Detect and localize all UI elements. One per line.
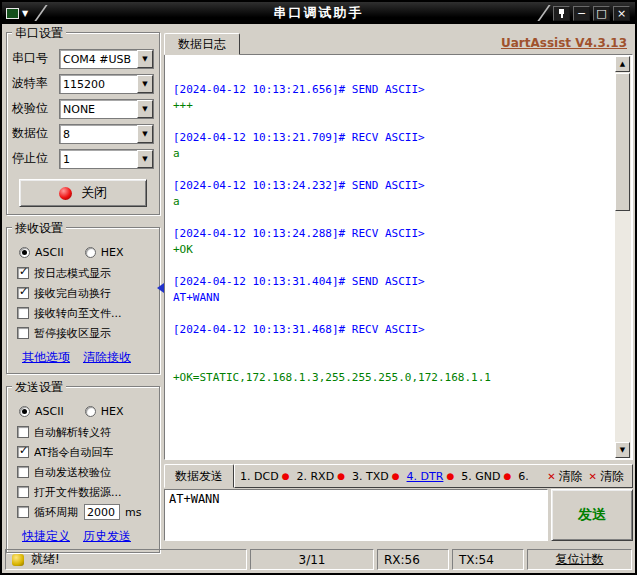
pin-button[interactable]: [553, 6, 570, 21]
pin-status-bar: 1. DCD ● 2. RXD ● 3. TXD ● 4. DTR ● 5. G…: [234, 464, 633, 488]
data-bits-select[interactable]: 8 ▼: [59, 124, 154, 144]
checkbox-file-data-source[interactable]: ✓ 打开文件数据源...: [12, 482, 154, 502]
send-ascii-radio[interactable]: [19, 406, 30, 417]
pin-txd: 3. TXD ●: [352, 470, 400, 483]
log-timestamp: [2024-04-12 10:13:31.404]# SEND ASCII>: [173, 274, 608, 290]
app-window: ▼ 串口调试助手 ─ □ × 串口设置 串口号 COM4 #USB ▼ 波特率: [0, 0, 637, 575]
send-hex-radio[interactable]: [85, 406, 96, 417]
send-input[interactable]: AT+WANN: [164, 489, 548, 541]
clear-icon: ✕: [589, 471, 597, 482]
main-area: 数据日志 UartAssist V4.3.13 [2024-04-12 10:1…: [164, 32, 633, 541]
log-timestamp: [2024-04-12 10:13:24.232]# SEND ASCII>: [173, 178, 608, 194]
status-bar: 就绪! 3/11 RX:56 TX:54 复位计数: [5, 549, 632, 570]
pin-6: 6.: [518, 470, 532, 483]
log-timestamp: [2024-04-12 10:13:31.468]# RECV ASCII>: [173, 322, 608, 338]
dropdown-arrow-icon[interactable]: ▼: [137, 50, 153, 68]
recv-hex-radio[interactable]: [85, 247, 96, 258]
status-counter: 3/11: [250, 549, 374, 570]
pin-dcd: 1. DCD ●: [240, 470, 289, 483]
status-ready-panel: 就绪!: [5, 549, 247, 570]
log-data: a: [173, 146, 608, 162]
checkbox-log-mode[interactable]: ✓ 按日志模式显示: [12, 263, 154, 283]
baud-rate-label: 波特率: [12, 75, 59, 92]
log-blank-line: [173, 258, 608, 274]
dropdown-arrow-icon[interactable]: ▼: [137, 125, 153, 143]
checkbox-pause-display[interactable]: ✓ 暂停接收区显示: [12, 323, 154, 343]
dropdown-arrow-icon[interactable]: ▼: [137, 75, 153, 93]
system-menu-arrow-icon[interactable]: ▼: [22, 9, 28, 18]
status-ready-text: 就绪!: [31, 551, 60, 568]
stop-bits-select[interactable]: 1 ▼: [59, 149, 154, 169]
recv-ascii-radio[interactable]: [19, 247, 30, 258]
pin-dtr-led-icon: ●: [446, 472, 454, 481]
data-bits-label: 数据位: [12, 125, 59, 142]
pin-rxd-led-icon: ●: [337, 472, 345, 481]
maximize-button[interactable]: □: [593, 6, 610, 21]
log-blank-line: [173, 306, 608, 322]
status-tx: TX:54: [452, 549, 524, 570]
ready-icon: [12, 554, 24, 566]
log-content: [2024-04-12 10:13:21.656]# SEND ASCII> +…: [166, 56, 614, 458]
checkbox-parse-escape[interactable]: ✓ 自动解析转义符: [12, 422, 154, 442]
tab-data-send[interactable]: 数据发送: [164, 464, 234, 488]
log-blank-line: [173, 338, 608, 354]
clear-log-button[interactable]: ✕ 清除: [586, 466, 627, 487]
log-data: +OK=STATIC,172.168.1.3,255.255.255.0,172…: [173, 370, 608, 386]
clear-send-button[interactable]: ✕ 清除: [544, 466, 585, 487]
pin-icon: [556, 8, 567, 19]
check-icon: ✓: [19, 265, 28, 278]
version-link[interactable]: UartAssist V4.3.13: [501, 36, 633, 54]
checkbox-recv-to-file[interactable]: ✓ 接收转向至文件...: [12, 303, 154, 323]
group-title: 发送设置: [12, 379, 66, 396]
checkbox-loop-period[interactable]: ✓ 循环周期 ms: [12, 502, 154, 522]
log-scrollbar[interactable]: ▲ ▼: [615, 56, 631, 458]
dropdown-arrow-icon[interactable]: ▼: [137, 100, 153, 118]
app-icon[interactable]: [6, 8, 19, 19]
check-icon: ✓: [19, 444, 28, 457]
receive-settings-group: 接收设置 ASCII HEX ✓ 按日志模式显示 ✓ 接收完自动换行 ✓ 接收转…: [6, 227, 160, 374]
close-port-button[interactable]: 关闭: [19, 179, 147, 207]
pin-dtr[interactable]: 4. DTR ●: [407, 470, 455, 483]
log-blank-line: [173, 114, 608, 130]
collapse-sidebar-arrow-icon[interactable]: [157, 283, 164, 293]
reset-count-button[interactable]: 复位计数: [527, 549, 632, 570]
checkbox-auto-newline[interactable]: ✓ 接收完自动换行: [12, 283, 154, 303]
parity-select[interactable]: NONE ▼: [59, 99, 154, 119]
loop-period-input[interactable]: [84, 504, 120, 520]
log-blank-line: [173, 162, 608, 178]
minimize-button[interactable]: ─: [573, 6, 590, 21]
log-timestamp: [2024-04-12 10:13:24.288]# RECV ASCII>: [173, 226, 608, 242]
scroll-down-button[interactable]: ▼: [615, 442, 630, 458]
checkbox-at-auto-cr[interactable]: ✓ AT指令自动回车: [12, 442, 154, 462]
log-area[interactable]: [2024-04-12 10:13:21.656]# SEND ASCII> +…: [164, 54, 633, 460]
send-history-link[interactable]: 历史发送: [83, 528, 131, 545]
tab-data-log[interactable]: 数据日志: [164, 33, 240, 55]
scroll-down-icon: ▼: [620, 446, 625, 454]
group-title: 接收设置: [12, 220, 66, 237]
checkbox-auto-checksum[interactable]: ✓ 自动发送校验位: [12, 462, 154, 482]
clear-icon: ✕: [547, 471, 555, 482]
parity-label: 校验位: [12, 100, 59, 117]
com-port-label: 串口号: [12, 50, 59, 67]
baud-rate-select[interactable]: 115200 ▼: [59, 74, 154, 94]
pin-gnd: 5. GND ●: [461, 470, 511, 483]
send-settings-group: 发送设置 ASCII HEX ✓ 自动解析转义符 ✓ AT指令自动回车 ✓ 自动…: [6, 386, 160, 553]
scrollbar-thumb[interactable]: [615, 73, 630, 211]
close-button[interactable]: ×: [613, 6, 630, 21]
log-data: AT+WANN: [173, 290, 608, 306]
pin-gnd-led-icon: ●: [503, 472, 511, 481]
clear-receive-link[interactable]: 清除接收: [83, 349, 131, 366]
log-timestamp: [2024-04-12 10:13:21.656]# SEND ASCII>: [173, 82, 608, 98]
com-port-select[interactable]: COM4 #USB ▼: [59, 49, 154, 69]
other-options-link[interactable]: 其他选项: [22, 349, 70, 366]
send-button[interactable]: 发送: [551, 489, 633, 541]
dropdown-arrow-icon[interactable]: ▼: [137, 150, 153, 168]
scroll-up-icon: ▲: [620, 60, 625, 68]
log-data: +OK: [173, 242, 608, 258]
scroll-up-button[interactable]: ▲: [615, 56, 630, 72]
shortcut-define-link[interactable]: 快捷定义: [22, 528, 70, 545]
settings-sidebar: 串口设置 串口号 COM4 #USB ▼ 波特率 115200 ▼ 校验位 NO…: [6, 32, 160, 565]
port-open-led-icon: [59, 187, 72, 200]
title-bar: ▼ 串口调试助手 ─ □ ×: [2, 2, 635, 24]
serial-settings-group: 串口设置 串口号 COM4 #USB ▼ 波特率 115200 ▼ 校验位 NO…: [6, 32, 160, 215]
